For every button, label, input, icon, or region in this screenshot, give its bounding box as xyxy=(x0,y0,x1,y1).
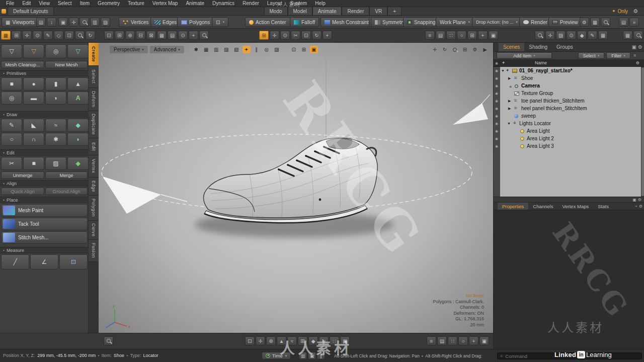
mesh-paint-button[interactable]: Mesh Paint xyxy=(1,204,88,217)
ergonomic-view-icon[interactable]: ✦ xyxy=(243,46,251,53)
plus-icon[interactable]: + xyxy=(635,204,637,209)
curve-pen-tool[interactable]: ✎ xyxy=(1,119,22,132)
preset-icon[interactable]: ▽ xyxy=(1,44,22,58)
new-mesh-button[interactable]: New Mesh xyxy=(45,61,88,68)
tree-row-shoe[interactable]: ▶ ≈ Shoe xyxy=(500,74,641,82)
edges-mode-button[interactable]: Edges xyxy=(150,17,181,27)
tab-modo[interactable]: Modo xyxy=(264,7,288,15)
slice-tool[interactable]: ▨ xyxy=(45,157,66,170)
popout-icon[interactable]: ▣ xyxy=(632,44,636,50)
copy-icon[interactable]: ▣ xyxy=(308,352,316,359)
only-toggle[interactable]: Only xyxy=(618,9,628,14)
rows-icon[interactable]: ▤ xyxy=(168,31,177,40)
rotate-icon[interactable]: ↻ xyxy=(86,31,95,40)
collapse-icon[interactable]: ▼ xyxy=(507,122,511,125)
squared-plus-icon[interactable]: ⊞ xyxy=(298,336,307,345)
menu-vertex-map[interactable]: Vertex Map xyxy=(148,0,182,7)
pan-icon[interactable]: ✛ xyxy=(270,31,279,40)
circle-plus-icon[interactable]: ⊕ xyxy=(266,336,276,345)
slice-plane-tool[interactable]: ◣ xyxy=(23,119,44,132)
pause-icon[interactable]: ∥ xyxy=(317,352,325,359)
grid-icon[interactable]: ▦ xyxy=(598,31,608,40)
viewport-mode-dropdown[interactable]: Perspective ▾ xyxy=(110,46,148,53)
name-column-header[interactable]: Name xyxy=(535,60,547,65)
circle-dot-icon[interactable]: ⊙ xyxy=(280,31,290,40)
rows-icon[interactable]: ▤ xyxy=(36,18,46,27)
wave-icon[interactable]: ≈ xyxy=(287,336,297,345)
tab-properties[interactable]: Properties xyxy=(498,203,528,210)
layout-grid-icon[interactable] xyxy=(2,9,6,14)
square-dot-icon[interactable]: ⊡ xyxy=(301,31,311,40)
cols-icon[interactable]: ▥ xyxy=(90,18,100,27)
eye-icon[interactable]: ◉ xyxy=(495,76,498,80)
active-tool-icon[interactable]: ▦ xyxy=(1,31,11,40)
tree-row-texture-group[interactable]: Texture Group xyxy=(500,89,641,97)
tab-edit[interactable]: Edit xyxy=(89,138,99,155)
expand-icon[interactable]: ▶ xyxy=(481,46,489,53)
tab-shading[interactable]: Shading xyxy=(524,43,552,51)
camera-view-icon[interactable]: ▣ xyxy=(310,46,318,53)
tab-vertex[interactable]: Vertex xyxy=(89,155,99,177)
tree-row-camera[interactable]: ◉ Camera xyxy=(500,82,641,89)
tab-fusion[interactable]: Fusion xyxy=(89,240,99,262)
eye-icon[interactable]: ◉ xyxy=(495,92,498,96)
squared-plus-icon[interactable]: ⊞ xyxy=(115,31,124,40)
preset-icon[interactable]: ▽ xyxy=(23,44,44,58)
time-dropdown[interactable]: Time ▾ xyxy=(262,352,291,359)
expand-icon[interactable]: ▶ xyxy=(508,76,511,80)
diamond-icon[interactable]: ◆ xyxy=(308,336,318,345)
tree-row-sweep[interactable]: sweep xyxy=(500,112,641,120)
gear-icon[interactable]: ⚙ xyxy=(630,8,641,15)
shade2-icon[interactable]: ▧ xyxy=(232,46,240,53)
torus-tool[interactable]: ◎ xyxy=(1,92,22,105)
menu-help[interactable]: Help xyxy=(311,0,330,7)
merge-tool[interactable]: ◆ xyxy=(67,157,89,170)
menu-file[interactable]: File xyxy=(2,0,18,7)
snapping-dropdown[interactable]: Snapping xyxy=(403,17,439,27)
3d-viewport[interactable]: y x Perspective ▾ Advanced ▾ ✱ ▦ ▥ ▨ ▧ ✦… xyxy=(99,43,493,333)
tree-row-lights-locator[interactable]: ▼ + Lights Locator xyxy=(500,120,641,127)
tree-row-area-light[interactable]: Area Light xyxy=(500,127,641,135)
zoom-icon[interactable] xyxy=(601,18,610,27)
rotate-icon[interactable]: ↻ xyxy=(312,31,321,40)
quick-align-button[interactable]: Quick Align xyxy=(1,188,44,195)
ellipse-tool[interactable]: ○ xyxy=(1,133,22,146)
squared-x-icon[interactable]: ⊠ xyxy=(146,31,156,40)
tree-row-area-light-2[interactable]: Area Light 2 xyxy=(500,135,641,142)
squared-plus-icon[interactable]: ⊞ xyxy=(12,31,21,40)
square-dot-icon[interactable]: ⊡ xyxy=(290,46,298,53)
eye-icon[interactable]: ◉ xyxy=(495,114,498,118)
zoom-icon[interactable] xyxy=(451,46,459,53)
section-measure[interactable]: ▾ Measure xyxy=(0,247,89,253)
merge-button[interactable]: Merge xyxy=(45,171,88,179)
cols-icon[interactable]: ▥ xyxy=(299,352,307,359)
gear-icon[interactable]: ⚙ xyxy=(639,204,642,209)
tree-row-scene[interactable]: ▼ + 01_06_raygl_start.lxo* xyxy=(500,67,641,74)
star-icon[interactable]: ✦ xyxy=(612,9,616,14)
triangle-icon[interactable]: ▲ xyxy=(277,336,286,345)
work-plane-dropdown[interactable]: Work Plane ▾ xyxy=(436,17,474,27)
tab-channels[interactable]: Channels xyxy=(528,203,557,210)
diamond-icon[interactable]: ◆ xyxy=(577,31,587,40)
boxed-icon[interactable]: ▣ xyxy=(340,336,350,345)
gear-icon[interactable]: ⚙ xyxy=(638,44,642,50)
tab-duplicate[interactable]: Duplicate xyxy=(89,111,99,138)
collapse-icon[interactable]: ▼ xyxy=(501,69,505,72)
preset-icon[interactable]: ◎ xyxy=(45,44,66,58)
rows-icon[interactable]: ▤ xyxy=(437,336,447,345)
circle-dot-icon[interactable]: ⊙ xyxy=(33,31,42,40)
eye-icon[interactable]: ◉ xyxy=(495,99,498,103)
menu-edit[interactable]: Edit xyxy=(18,0,35,7)
curve-tool[interactable]: ≈ xyxy=(45,119,66,132)
mesh-cleanup-button[interactable]: Mesh Cleanup... xyxy=(1,61,44,68)
render-button[interactable]: Render xyxy=(519,17,551,27)
tab-stats[interactable]: Stats xyxy=(593,203,613,210)
shade-icon[interactable]: ▨ xyxy=(556,31,566,40)
rows-icon[interactable]: ▤ xyxy=(619,18,628,27)
circle-dot-icon[interactable]: ⊙ xyxy=(567,31,576,40)
zoom-icon[interactable] xyxy=(633,31,643,40)
menu-icon[interactable]: ≡ xyxy=(427,336,436,345)
eye-icon[interactable]: ◉ xyxy=(495,69,498,73)
tab-model[interactable]: Model xyxy=(288,7,312,15)
tab-deform[interactable]: Deform xyxy=(89,88,99,111)
